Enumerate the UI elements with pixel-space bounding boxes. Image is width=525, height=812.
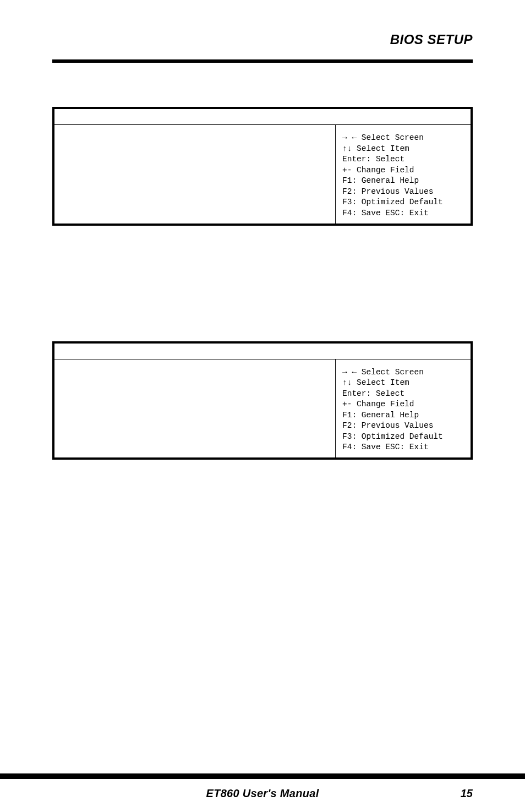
- bios-panel-1-help: → ← Select Screen ↑↓ Select Item Enter: …: [336, 125, 471, 224]
- help-general-help: F1: General Help: [342, 176, 465, 187]
- bios-panel-2-left: [54, 359, 336, 458]
- bios-panel-1: → ← Select Screen ↑↓ Select Item Enter: …: [52, 107, 473, 226]
- help-optimized-default: F3: Optimized Default: [342, 432, 465, 443]
- help-general-help: F1: General Help: [342, 410, 465, 421]
- help-change-field: +- Change Field: [342, 399, 465, 410]
- bios-panel-2-title: [54, 344, 471, 359]
- help-previous-values: F2: Previous Values: [342, 187, 465, 198]
- help-optimized-default: F3: Optimized Default: [342, 197, 465, 208]
- footer-page-number: 15: [461, 787, 473, 800]
- help-previous-values: F2: Previous Values: [342, 421, 465, 432]
- help-select-item: ↑↓ Select Item: [342, 378, 465, 389]
- help-enter-select: Enter: Select: [342, 154, 465, 165]
- help-enter-select: Enter: Select: [342, 389, 465, 400]
- footer-rule: [0, 773, 525, 779]
- footer-manual-title: ET860 User's Manual: [206, 787, 319, 800]
- header-rule: [52, 59, 473, 63]
- bios-panel-1-left: [54, 125, 336, 224]
- help-save-exit: F4: Save ESC: Exit: [342, 208, 465, 219]
- bios-panel-1-title: [54, 109, 471, 125]
- page-header-title: BIOS SETUP: [390, 32, 473, 47]
- help-select-screen: → ← Select Screen: [342, 367, 465, 378]
- bios-panel-2: → ← Select Screen ↑↓ Select Item Enter: …: [52, 341, 473, 460]
- bios-panel-2-help: → ← Select Screen ↑↓ Select Item Enter: …: [336, 359, 471, 458]
- help-save-exit: F4: Save ESC: Exit: [342, 442, 465, 453]
- help-change-field: +- Change Field: [342, 165, 465, 176]
- help-select-item: ↑↓ Select Item: [342, 144, 465, 155]
- help-select-screen: → ← Select Screen: [342, 133, 465, 144]
